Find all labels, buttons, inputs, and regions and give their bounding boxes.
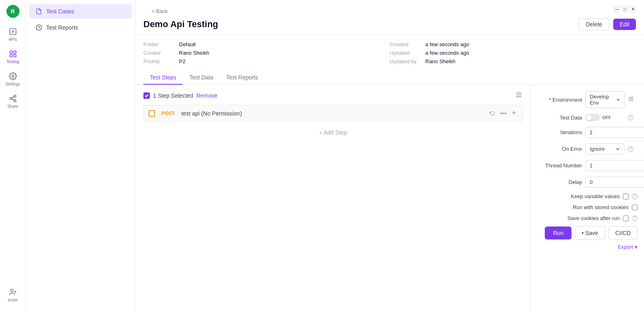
meta-updated: Updated a few seconds ago bbox=[390, 50, 636, 56]
add-step-button[interactable]: + Add Step bbox=[143, 125, 522, 140]
keep-variable-help-icon[interactable]: ? bbox=[632, 194, 638, 199]
svg-point-8 bbox=[12, 75, 14, 77]
add-icon[interactable] bbox=[511, 109, 517, 118]
sidebar-item-invite[interactable]: Invite bbox=[0, 285, 26, 306]
priority-value: P2 bbox=[179, 58, 186, 64]
tab-test-reports[interactable]: Test Reports bbox=[220, 71, 265, 85]
delay-input[interactable] bbox=[585, 177, 644, 188]
test-data-toggle[interactable] bbox=[585, 114, 600, 121]
select-all-checkbox[interactable] bbox=[143, 92, 150, 99]
save-cookies-checkbox[interactable] bbox=[623, 216, 629, 221]
updated-by-label: Updated by bbox=[390, 58, 422, 64]
edit-button[interactable]: Edit bbox=[613, 19, 636, 30]
export-link[interactable]: Export ▾ bbox=[618, 244, 638, 250]
on-error-label: On Error bbox=[537, 146, 582, 152]
remove-link[interactable]: Remove bbox=[196, 92, 218, 99]
cicd-button[interactable]: CI/CD bbox=[608, 226, 638, 240]
sidebar-item-testing[interactable]: Testing bbox=[0, 47, 26, 67]
sidebar-item-settings[interactable]: Settings bbox=[0, 69, 26, 90]
env-value: Develop Env bbox=[590, 94, 616, 106]
content-area: 1 Step Selected Remove POST test api (No… bbox=[135, 85, 644, 312]
updated-by-value: Rano Sheikh bbox=[425, 58, 455, 64]
table-row: POST test api (No Permission) ••• bbox=[143, 105, 522, 122]
sidebar-nav-test-reports[interactable]: Test Reports bbox=[29, 20, 132, 35]
sidebar-label-settings: Settings bbox=[5, 82, 20, 86]
close-button[interactable]: ✕ bbox=[630, 6, 636, 12]
sidebar-item-share[interactable]: Share bbox=[0, 91, 26, 112]
meta-priority: Priority P2 bbox=[143, 58, 390, 64]
tab-test-steps[interactable]: Test Steps bbox=[143, 71, 183, 85]
meta-updated-by: Updated by Rano Sheikh bbox=[390, 58, 636, 64]
sidebar-item-apis[interactable]: APIs bbox=[0, 24, 26, 45]
list-icon[interactable] bbox=[515, 91, 522, 100]
iterations-input[interactable] bbox=[585, 127, 644, 138]
topbar-actions: Delete Edit bbox=[579, 18, 636, 30]
run-button[interactable]: Run bbox=[545, 227, 571, 239]
svg-point-9 bbox=[14, 95, 16, 97]
folder-label: Folder bbox=[143, 41, 176, 47]
sidebar: Test Cases Test Reports bbox=[26, 0, 135, 312]
svg-rect-5 bbox=[13, 51, 16, 53]
refresh-icon[interactable] bbox=[489, 109, 496, 118]
save-button[interactable]: • Save bbox=[575, 226, 605, 240]
updated-label: Updated bbox=[390, 50, 422, 56]
sidebar-label-invite: Invite bbox=[8, 298, 18, 302]
topbar: Demo Api Testing Delete Edit bbox=[135, 14, 644, 35]
restore-button[interactable]: □ bbox=[622, 6, 628, 12]
delay-label: Delay bbox=[537, 179, 582, 185]
save-cookies-label: Save cookies after run bbox=[567, 215, 620, 221]
tab-test-data[interactable]: Test Data bbox=[183, 71, 220, 85]
more-icon[interactable]: ••• bbox=[500, 110, 507, 117]
creator-label: Creator bbox=[143, 50, 176, 56]
svg-line-12 bbox=[12, 99, 14, 100]
chevron-down-icon bbox=[616, 97, 621, 102]
svg-line-13 bbox=[12, 96, 14, 98]
test-data-help-icon[interactable]: ? bbox=[628, 115, 633, 120]
meta-folder: Folder Default bbox=[143, 41, 390, 47]
icon-bar: R APIs Testing Settings Share Invite bbox=[0, 0, 26, 312]
keep-variable-checkbox[interactable] bbox=[623, 194, 629, 199]
action-buttons: Run • Save CI/CD bbox=[537, 226, 638, 240]
file-icon bbox=[36, 8, 42, 15]
avatar[interactable]: R bbox=[6, 5, 19, 18]
save-cookies-help-icon[interactable]: ? bbox=[632, 216, 638, 221]
menu-icon[interactable] bbox=[628, 96, 638, 104]
keep-variable-label: Keep variable values bbox=[571, 193, 620, 199]
on-error-select[interactable]: Ignore bbox=[585, 143, 625, 154]
sidebar-label-apis: APIs bbox=[9, 37, 17, 42]
invite-icon bbox=[9, 288, 17, 296]
right-panel: * Environment Develop Env Test Data bbox=[531, 85, 644, 312]
window-controls: — □ ✕ bbox=[614, 6, 636, 12]
step-selected-row: 1 Step Selected Remove bbox=[143, 92, 218, 99]
meta-created: Created a few seconds ago bbox=[390, 41, 636, 47]
created-value: a few seconds ago bbox=[425, 41, 469, 47]
thread-number-input[interactable] bbox=[585, 160, 644, 171]
iterations-label: Iterations bbox=[537, 129, 582, 135]
keep-variable-row: Keep variable values ? bbox=[537, 193, 638, 199]
on-error-value: Ignore bbox=[590, 146, 605, 152]
environment-select[interactable]: Develop Env bbox=[585, 91, 625, 108]
delete-button[interactable]: Delete bbox=[579, 18, 609, 30]
back-link[interactable]: < Back bbox=[143, 4, 176, 14]
folder-value: Default bbox=[179, 41, 196, 47]
svg-point-14 bbox=[11, 289, 13, 292]
save-cookies-row: Save cookies after run ? bbox=[537, 215, 638, 221]
run-cookies-checkbox[interactable] bbox=[632, 205, 638, 210]
on-error-help-icon[interactable]: ? bbox=[628, 146, 633, 152]
thread-number-label: Thread Number bbox=[537, 162, 582, 169]
minimize-button[interactable]: — bbox=[614, 6, 620, 12]
updated-value: a few seconds ago bbox=[425, 50, 469, 56]
step-actions: ••• bbox=[489, 109, 517, 118]
sidebar-nav-test-reports-label: Test Reports bbox=[46, 24, 78, 31]
main-content: < Back — □ ✕ Demo Api Testing Delete Edi… bbox=[135, 0, 644, 312]
step-header: 1 Step Selected Remove bbox=[143, 91, 522, 100]
sidebar-label-testing: Testing bbox=[6, 60, 19, 64]
share-icon bbox=[9, 94, 17, 103]
test-data-label: Test Data bbox=[537, 115, 582, 121]
export-row: Export ▾ bbox=[537, 244, 638, 250]
svg-rect-4 bbox=[10, 51, 12, 53]
api-icon bbox=[9, 28, 17, 36]
sidebar-nav-test-cases[interactable]: Test Cases bbox=[29, 4, 132, 19]
step-checkbox[interactable] bbox=[149, 110, 155, 117]
svg-point-11 bbox=[14, 100, 16, 102]
